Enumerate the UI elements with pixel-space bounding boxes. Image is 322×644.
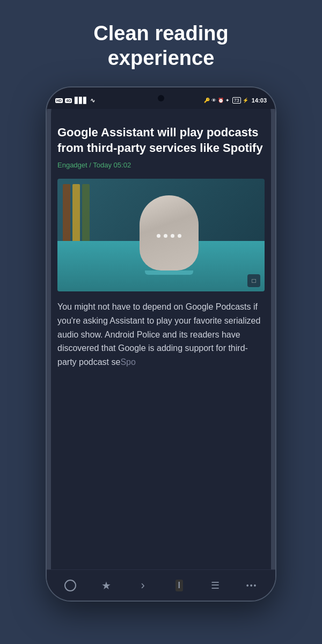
reader-icon: ☰ bbox=[211, 580, 219, 591]
speaker-base bbox=[145, 270, 193, 275]
nav-home[interactable] bbox=[60, 575, 81, 596]
nav-more[interactable]: ••• bbox=[241, 575, 262, 596]
nav-instapaper[interactable]: I bbox=[169, 575, 190, 596]
nav-forward[interactable]: › bbox=[132, 575, 153, 596]
bottom-nav: ★ › I ☰ ••• bbox=[47, 569, 275, 601]
article-date: Today 05:02 bbox=[93, 161, 131, 169]
camera-hole bbox=[158, 95, 164, 101]
article-body-text: You might not have to depend on Google P… bbox=[57, 302, 260, 366]
article-source: Engadget bbox=[57, 161, 87, 169]
speaker-dot-3 bbox=[171, 234, 174, 238]
nav-star[interactable]: ★ bbox=[96, 575, 117, 596]
status-left: HD 4G ▋▋▋ ∿ bbox=[55, 97, 95, 104]
signal-icon: ▋▋▋ bbox=[75, 97, 87, 104]
charging-icon: ⚡ bbox=[243, 98, 248, 103]
speaker-dot-1 bbox=[157, 234, 160, 238]
forward-icon: › bbox=[141, 579, 144, 592]
speaker-body bbox=[140, 195, 199, 270]
wifi-icon: ∿ bbox=[90, 97, 95, 104]
eye-icon: 👁 bbox=[211, 98, 216, 103]
image-overlay-icon: □ bbox=[247, 274, 260, 287]
more-icon: ••• bbox=[246, 581, 258, 590]
speaker-illustration bbox=[131, 192, 207, 278]
network-badge: 4G bbox=[65, 98, 72, 103]
hd-badge: HD bbox=[55, 98, 63, 103]
speaker-dot-4 bbox=[178, 234, 181, 238]
article-body: You might not have to depend on Google P… bbox=[57, 300, 265, 369]
article-title: Google Assistant will play podcasts from… bbox=[57, 125, 265, 156]
status-right: 🔑 👁 ⏰ ✦ 73 ⚡ 14:03 bbox=[204, 97, 267, 104]
phone-frame: HD 4G ▋▋▋ ∿ 🔑 👁 ⏰ ✦ 73 ⚡ 14:03 Google As… bbox=[46, 86, 276, 602]
home-icon bbox=[64, 580, 76, 591]
instapaper-icon: I bbox=[175, 580, 183, 591]
article-meta: Engadget / Today 05:02 bbox=[57, 161, 265, 169]
time-display: 14:03 bbox=[252, 97, 267, 104]
battery-indicator: 73 bbox=[232, 97, 241, 104]
speaker-dot-2 bbox=[164, 234, 167, 238]
phone-content: Google Assistant will play podcasts from… bbox=[47, 109, 275, 601]
nav-reader[interactable]: ☰ bbox=[204, 575, 226, 596]
alarm-icon: ⏰ bbox=[218, 98, 224, 103]
article-image: □ bbox=[57, 179, 265, 291]
article-body-faded: Spo bbox=[120, 357, 135, 367]
article-area: Google Assistant will play podcasts from… bbox=[47, 109, 275, 369]
page-title: Clean reading experience bbox=[72, 0, 250, 86]
speaker-dots bbox=[157, 234, 181, 238]
bluetooth-icon: ✦ bbox=[225, 98, 230, 103]
key-icon: 🔑 bbox=[204, 98, 210, 103]
star-icon: ★ bbox=[101, 579, 111, 592]
